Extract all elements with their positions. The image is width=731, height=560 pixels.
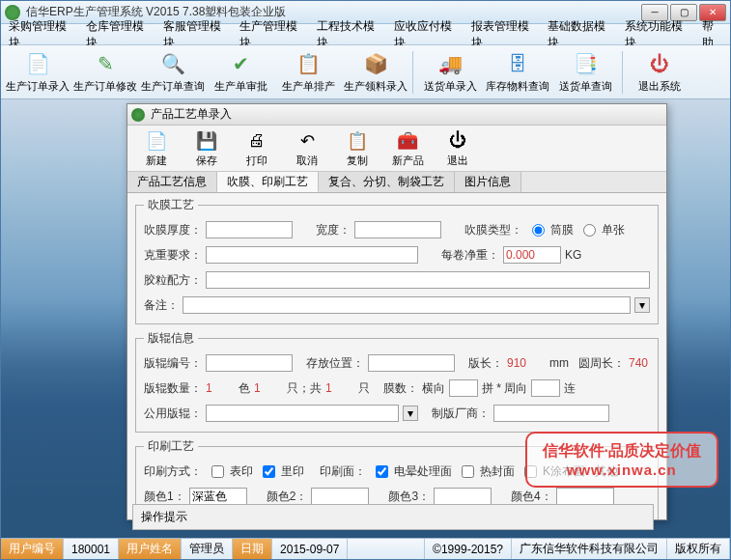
blowing-legend: 吹膜工艺 [144,197,198,213]
netwt-unit: KG [565,248,581,262]
menu-reports[interactable]: 报表管理模块 [464,24,541,44]
toolbar-icon: 🔍 [159,50,186,77]
dialog-toolbar: 📄新建💾保存🖨打印↶取消📋复制🧰新产品⏻退出 [127,126,666,172]
status-userno-label: 用户编号 [1,539,64,559]
menubar: 采购管理模块 仓库管理模块 客服管理模块 生产管理模块 工程技术模块 应收应付模… [1,24,730,45]
toolbar-btn-8[interactable]: 📑送货单查询 [552,48,618,97]
toolbar-btn-1[interactable]: ✎生产订单修改 [72,48,138,97]
menu-engineering[interactable]: 工程技术模块 [309,24,386,44]
status-company: 广东信华软件科技有限公司 [512,539,667,559]
status-copyright: ©1999-2015? [425,539,512,559]
toolbar-icon: 📄 [24,50,51,77]
circ-input[interactable] [531,379,560,397]
thickness-input[interactable] [206,221,293,238]
tab-2[interactable]: 复合、分切、制袋工艺 [319,172,455,192]
menu-basicdata[interactable]: 基础数据模块 [540,24,617,44]
dialog-btn-2[interactable]: 🖨打印 [234,128,280,169]
tab-0[interactable]: 产品工艺信息 [127,172,217,192]
dialog-btn-icon: 🖨 [245,129,268,153]
color3-input[interactable] [434,488,492,505]
status-username: 管理员 [182,539,233,559]
dialog-titlebar: 产品工艺单录入 [127,104,666,126]
toolbar-label: 生产订单查询 [141,79,205,94]
menu-service[interactable]: 客服管理模块 [155,24,233,44]
menu-system[interactable]: 系统功能模块 [617,24,694,44]
dialog-btn-4[interactable]: 📋复制 [334,128,380,169]
surface-checkbox[interactable] [211,465,224,478]
circ-label: 圆周长： [578,355,625,372]
dialog-btn-label: 保存 [196,154,217,168]
maker-input[interactable] [493,405,609,422]
inner-checkbox[interactable] [263,465,275,478]
dialog-btn-label: 复制 [347,154,368,168]
menu-help[interactable]: 帮助 [694,24,730,44]
menu-finance[interactable]: 应收应付模块 [386,24,464,44]
netwt-input[interactable] [503,246,561,264]
gram-label: 克重要求： [144,247,202,264]
toolbar-btn-2[interactable]: 🔍生产订单查询 [140,48,206,97]
watermark-line1: 信华软件·品质决定价值 [543,441,701,462]
toolbar-btn-9[interactable]: ⏻退出系统 [627,48,692,97]
dialog-btn-0[interactable]: 📄新建 [133,128,180,169]
pos-label: 存放位置： [306,355,364,372]
shared-input[interactable] [206,405,399,422]
tab-3[interactable]: 图片信息 [455,172,521,192]
menu-warehouse[interactable]: 仓库管理模块 [78,24,155,44]
toolbar-label: 生产单排产 [282,79,335,94]
type-tube-radio[interactable] [532,224,545,237]
formula-input[interactable] [206,271,650,289]
tab-1[interactable]: 吹膜、印刷工艺 [217,172,319,192]
color4-input[interactable] [556,488,614,505]
toolbar-label: 生产领料录入 [344,79,408,94]
dialog-btn-icon: 📋 [346,129,369,153]
dropdown-icon[interactable]: ▾ [634,297,650,313]
dialog-icon [131,108,145,122]
toolbar-label: 送货单查询 [559,79,612,94]
toolbar-btn-6[interactable]: 🚚送货单录入 [417,48,483,97]
pos-input[interactable] [368,354,455,372]
toolbar-icon: 📑 [572,50,599,77]
toolbar-icon: 🚚 [436,50,464,77]
width-input[interactable] [354,221,441,238]
dialog-title: 产品工艺单录入 [151,106,232,123]
menu-production[interactable]: 生产管理模块 [232,24,309,44]
toolbar-btn-4[interactable]: 📋生产单排产 [275,48,341,97]
heatseal-checkbox[interactable] [462,465,474,478]
dialog-btn-label: 打印 [246,154,267,168]
type-sheet-radio[interactable] [583,224,596,237]
corona-checkbox[interactable] [376,465,388,478]
roller-fieldset: 版辊信息 版辊编号： 存放位置： 版长： 910 mm 圆周长： 740 版辊数… [135,330,659,433]
dialog-btn-3[interactable]: ↶取消 [284,128,330,169]
toolbar-btn-3[interactable]: ✔生产单审批 [208,48,273,97]
toolbar-btn-5[interactable]: 📦生产领料录入 [343,48,408,97]
toolbar-icon: ✎ [92,50,119,77]
color2-input[interactable] [311,488,369,505]
shared-label: 公用版辊： [144,406,202,422]
color1-input[interactable] [189,488,247,505]
dialog-btn-6[interactable]: ⏻退出 [435,128,481,169]
toolbar-icon: ✔ [227,50,254,77]
toolbar-label: 送货单录入 [424,79,477,94]
blow-remark-input[interactable] [183,296,631,314]
toolbar-icon: 📦 [362,50,389,77]
horiz-input[interactable] [449,379,478,397]
toolbar-label: 生产订单修改 [73,79,137,94]
status-userno: 180001 [64,539,119,559]
status-username-label: 用户姓名 [119,539,182,559]
dialog-btn-1[interactable]: 💾保存 [183,128,230,169]
toolbar-btn-0[interactable]: 📄生产订单录入 [5,48,70,97]
color-count: 1 [254,381,283,395]
operation-hint-panel: 操作提示 [132,504,654,530]
toolbar-btn-7[interactable]: 🗄库存物料查询 [485,48,550,97]
dialog-btn-5[interactable]: 🧰新产品 [384,128,431,169]
dropdown-icon[interactable]: ▾ [403,406,418,421]
status-rights: 版权所有 [667,539,730,559]
statusbar: 用户编号 180001 用户姓名 管理员 日期 2015-09-07 ©1999… [1,538,730,559]
desktop-area: 产品工艺单录入 📄新建💾保存🖨打印↶取消📋复制🧰新产品⏻退出 产品工艺信息吹膜、… [1,99,730,538]
len-label: 版长： [468,355,503,372]
qty-label: 版辊数量： [144,380,202,397]
menu-purchase[interactable]: 采购管理模块 [1,24,78,44]
rollno-label: 版辊编号： [144,355,202,372]
gram-input[interactable] [206,246,418,264]
rollno-input[interactable] [206,354,293,372]
